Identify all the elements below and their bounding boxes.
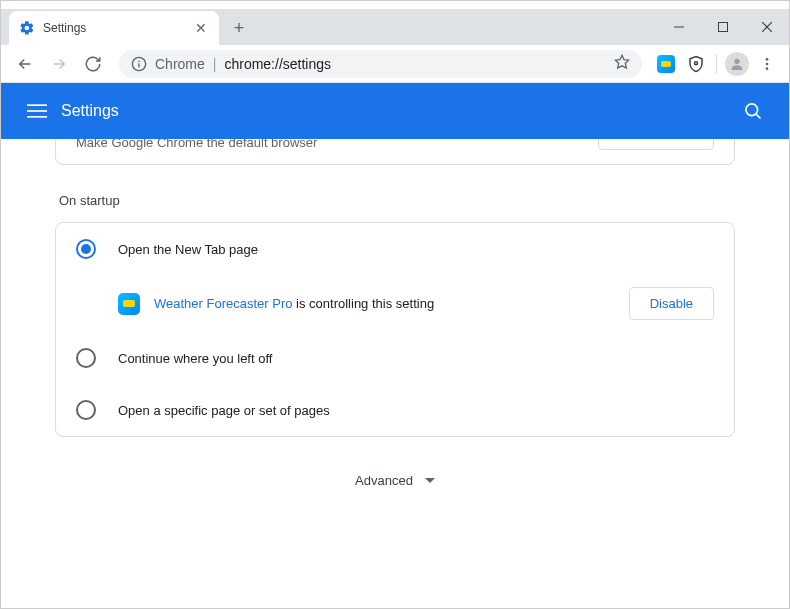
new-tab-button[interactable]: + [225, 14, 253, 42]
startup-option-label: Open the New Tab page [118, 242, 714, 257]
browser-menu-button[interactable] [753, 50, 781, 78]
page-title: Settings [61, 102, 119, 120]
search-icon[interactable] [733, 91, 773, 131]
on-startup-card: Open the New Tab page Weather Forecaster… [55, 222, 735, 437]
svg-point-11 [766, 62, 769, 65]
advanced-label: Advanced [355, 473, 413, 488]
extension-name-link[interactable]: Weather Forecaster Pro [154, 296, 292, 311]
chevron-down-icon [425, 478, 435, 483]
settings-header: Settings [1, 83, 789, 139]
gear-icon [19, 20, 35, 36]
browser-toolbar: Chrome | chrome://settings [1, 45, 789, 83]
svg-point-5 [138, 60, 140, 62]
site-info-icon[interactable] [131, 56, 147, 72]
tab-title: Settings [43, 21, 185, 35]
extension-controlled-notice: Weather Forecaster Pro is controlling th… [56, 275, 734, 332]
svg-rect-14 [27, 110, 47, 112]
make-default-button[interactable]: Make default [598, 139, 714, 150]
radio-unselected-icon [76, 348, 96, 368]
forward-button[interactable] [43, 48, 75, 80]
extension-weather-icon[interactable] [652, 50, 680, 78]
svg-rect-6 [138, 63, 139, 67]
bookmark-star-icon[interactable] [614, 54, 630, 74]
startup-option-specific-pages[interactable]: Open a specific page or set of pages [56, 384, 734, 436]
svg-marker-7 [615, 55, 628, 68]
radio-selected-icon [76, 239, 96, 259]
startup-option-new-tab[interactable]: Open the New Tab page [56, 223, 734, 275]
radio-unselected-icon [76, 400, 96, 420]
svg-rect-13 [27, 104, 47, 106]
settings-content[interactable]: Default browser Default browser Make Goo… [1, 139, 789, 609]
startup-option-label: Open a specific page or set of pages [118, 403, 714, 418]
tab-strip: Settings ✕ + [1, 9, 789, 45]
svg-line-17 [756, 114, 760, 118]
svg-point-16 [746, 104, 758, 116]
browser-tab[interactable]: Settings ✕ [9, 11, 219, 45]
startup-option-label: Continue where you left off [118, 351, 714, 366]
profile-avatar[interactable] [723, 50, 751, 78]
advanced-toggle[interactable]: Advanced [55, 437, 735, 524]
startup-option-continue[interactable]: Continue where you left off [56, 332, 734, 384]
maximize-button[interactable] [701, 13, 745, 41]
svg-point-12 [766, 67, 769, 70]
default-browser-card: Default browser Make Google Chrome the d… [55, 139, 735, 165]
omnibox-url: chrome://settings [224, 56, 331, 72]
svg-point-8 [695, 61, 698, 64]
minimize-button[interactable] [657, 13, 701, 41]
reload-button[interactable] [77, 48, 109, 80]
omnibox-separator: | [213, 56, 217, 72]
shield-icon[interactable] [682, 50, 710, 78]
svg-point-9 [734, 58, 739, 63]
svg-rect-1 [719, 23, 728, 32]
address-bar[interactable]: Chrome | chrome://settings [119, 50, 642, 78]
default-browser-subtitle: Make Google Chrome the default browser [76, 139, 582, 150]
back-button[interactable] [9, 48, 41, 80]
disable-extension-button[interactable]: Disable [629, 287, 714, 320]
extension-notice-text: Weather Forecaster Pro is controlling th… [154, 296, 615, 311]
svg-rect-15 [27, 116, 47, 118]
omnibox-origin: Chrome [155, 56, 205, 72]
svg-point-10 [766, 58, 769, 61]
close-window-button[interactable] [745, 13, 789, 41]
close-tab-icon[interactable]: ✕ [193, 20, 209, 36]
menu-icon[interactable] [17, 91, 57, 131]
weather-extension-icon [118, 293, 140, 315]
section-heading-on-startup: On startup [59, 193, 735, 208]
